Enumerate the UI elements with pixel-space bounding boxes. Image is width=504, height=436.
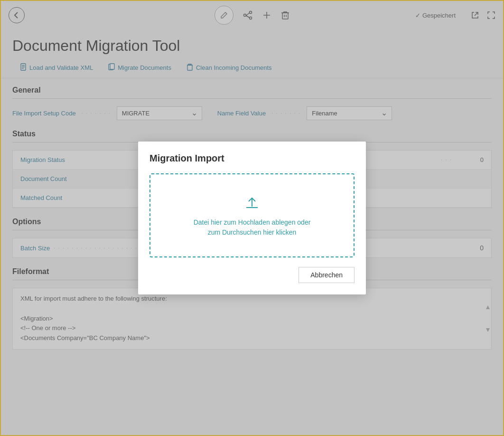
upload-icon bbox=[160, 193, 344, 212]
main-container: ✓ Gespeichert Document bbox=[0, 0, 504, 436]
drop-zone-line1: Datei hier zum Hochladen ablegen oder bbox=[160, 218, 344, 227]
modal-footer: Abbrechen bbox=[149, 267, 355, 283]
cancel-button[interactable]: Abbrechen bbox=[299, 267, 355, 283]
modal-dialog: Migration Import Datei hier zum Hochlade… bbox=[138, 142, 366, 294]
drop-zone-text: Datei hier zum Hochladen ablegen oder zu… bbox=[160, 218, 344, 237]
drop-zone[interactable]: Datei hier zum Hochladen ablegen oder zu… bbox=[149, 173, 355, 257]
modal-title: Migration Import bbox=[149, 153, 355, 164]
modal-overlay: Migration Import Datei hier zum Hochlade… bbox=[1, 1, 503, 435]
drop-zone-line2: zum Durchsuchen hier klicken bbox=[160, 227, 344, 237]
